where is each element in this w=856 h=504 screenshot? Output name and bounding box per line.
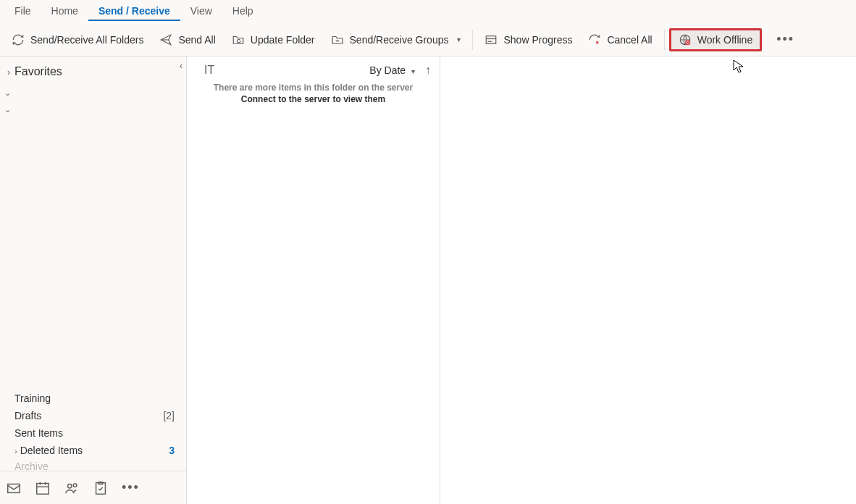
collapse-nav-button[interactable]: ‹ bbox=[175, 61, 187, 72]
send-receive-groups-button[interactable]: Send/Receive Groups ▾ bbox=[324, 29, 469, 51]
show-progress-label: Show Progress bbox=[503, 34, 572, 46]
reading-pane bbox=[440, 56, 856, 504]
send-all-button[interactable]: Send All bbox=[152, 29, 222, 51]
navigation-pane: ‹ ›Favorites ⌄ ⌄ Training Drafts [2] Sen… bbox=[0, 56, 187, 504]
favorites-label: Favorites bbox=[14, 65, 62, 77]
message-list-header: IT By Date ▾ ↑ bbox=[187, 56, 440, 81]
tab-home[interactable]: Home bbox=[41, 2, 88, 21]
send-receive-groups-label: Send/Receive Groups bbox=[350, 34, 449, 46]
show-progress-button[interactable]: Show Progress bbox=[477, 29, 579, 51]
folder-training[interactable]: Training bbox=[0, 390, 186, 407]
send-all-label: Send All bbox=[178, 34, 215, 46]
folder-title: IT bbox=[204, 64, 359, 77]
folder-refresh-icon bbox=[232, 33, 245, 46]
server-info-line2[interactable]: Connect to the server to view them bbox=[187, 93, 440, 112]
folder-deleted-items[interactable]: ›Deleted Items 3 bbox=[0, 442, 186, 459]
main-area: ‹ ›Favorites ⌄ ⌄ Training Drafts [2] Sen… bbox=[0, 56, 856, 504]
svg-point-6 bbox=[73, 484, 77, 487]
tasks-icon[interactable] bbox=[93, 480, 109, 496]
sort-label: By Date bbox=[369, 64, 406, 76]
folder-drafts[interactable]: Drafts [2] bbox=[0, 407, 186, 424]
folder-count: 3 bbox=[169, 445, 175, 456]
folder-sync-icon bbox=[331, 33, 344, 46]
folder-sent-items[interactable]: Sent Items bbox=[0, 424, 186, 442]
account-node-2[interactable]: ⌄ bbox=[0, 101, 186, 117]
folder-label: Drafts bbox=[14, 410, 41, 421]
refresh-icon bbox=[12, 33, 25, 46]
sort-button[interactable]: By Date ▾ bbox=[369, 64, 415, 76]
chevron-down-icon: ▾ bbox=[411, 67, 415, 75]
work-offline-label: Work Offline bbox=[697, 34, 753, 46]
folder-label: Archive bbox=[14, 461, 49, 471]
folder-label: Training bbox=[14, 392, 51, 404]
chevron-right-icon: › bbox=[14, 447, 17, 455]
svg-rect-4 bbox=[37, 483, 49, 494]
nav-switcher: ••• bbox=[0, 471, 186, 504]
work-offline-button[interactable]: Work Offline bbox=[669, 28, 763, 51]
chevron-right-icon: › bbox=[7, 67, 10, 77]
ribbon-separator bbox=[664, 30, 665, 50]
ribbon-bar: Send/Receive All Folders Send All Update… bbox=[0, 23, 856, 56]
sort-direction-button[interactable]: ↑ bbox=[425, 64, 431, 77]
svg-rect-0 bbox=[487, 35, 497, 43]
tab-file[interactable]: File bbox=[4, 2, 41, 21]
send-receive-all-label: Send/Receive All Folders bbox=[30, 34, 143, 46]
tab-help[interactable]: Help bbox=[222, 2, 264, 21]
svg-rect-3 bbox=[8, 484, 20, 492]
tab-send-receive[interactable]: Send / Receive bbox=[88, 2, 180, 21]
update-folder-button[interactable]: Update Folder bbox=[225, 29, 322, 51]
progress-icon bbox=[484, 33, 498, 46]
folder-archive[interactable]: Archive bbox=[0, 459, 186, 471]
people-icon[interactable] bbox=[64, 480, 80, 496]
chevron-down-icon: ⌄ bbox=[4, 105, 11, 114]
svg-point-5 bbox=[68, 484, 72, 488]
cancel-icon bbox=[588, 33, 601, 46]
folder-label: Sent Items bbox=[14, 427, 63, 439]
update-folder-label: Update Folder bbox=[251, 34, 315, 46]
folder-label: Deleted Items bbox=[20, 445, 83, 456]
calendar-icon[interactable] bbox=[35, 480, 51, 496]
send-icon bbox=[159, 33, 172, 46]
mail-icon[interactable] bbox=[6, 480, 22, 496]
folder-count: [2] bbox=[163, 410, 175, 421]
send-receive-all-button[interactable]: Send/Receive All Folders bbox=[4, 29, 151, 51]
ribbon-overflow-button[interactable]: ••• bbox=[769, 28, 802, 51]
chevron-down-icon: ▾ bbox=[457, 35, 461, 43]
tab-view[interactable]: View bbox=[180, 2, 222, 21]
ribbon-separator bbox=[472, 30, 473, 50]
globe-offline-icon bbox=[679, 33, 692, 46]
chevron-down-icon: ⌄ bbox=[4, 88, 11, 97]
message-list-pane: IT By Date ▾ ↑ There are more items in t… bbox=[187, 56, 440, 504]
favorites-header[interactable]: ›Favorites bbox=[0, 56, 186, 84]
nav-more-button[interactable]: ••• bbox=[122, 480, 140, 495]
ribbon-tabs: File Home Send / Receive View Help bbox=[0, 0, 856, 23]
cancel-all-button[interactable]: Cancel All bbox=[581, 29, 659, 51]
account-node-1[interactable]: ⌄ bbox=[0, 84, 186, 101]
server-info-line1: There are more items in this folder on t… bbox=[187, 81, 440, 93]
cancel-all-label: Cancel All bbox=[607, 34, 652, 46]
